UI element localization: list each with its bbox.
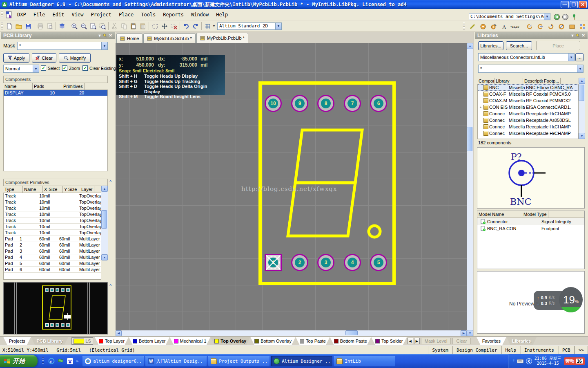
panel-menu-icon[interactable]: ▾: [99, 33, 101, 38]
checkbox[interactable]: [62, 65, 67, 71]
start-button[interactable]: 开始: [0, 355, 38, 367]
primitive-row[interactable]: Pad360mil60milMultiLayer: [4, 248, 101, 254]
menu-item[interactable]: Tools: [137, 11, 159, 18]
calendar-tray-badge[interactable]: 劳动 16: [564, 357, 585, 365]
restore-button[interactable]: ❐: [570, 1, 578, 8]
expand-icon[interactable]: [479, 99, 483, 103]
menu-item[interactable]: Place: [115, 11, 137, 18]
layer-tab[interactable]: Mechanical 1: [170, 337, 211, 345]
expand-icon[interactable]: [479, 112, 483, 116]
taskbar-task[interactable]: W 入门Altium Desig...: [145, 356, 207, 366]
home-plant-icon[interactable]: [571, 13, 577, 20]
component-row[interactable]: DISPLAY1020: [4, 90, 107, 96]
view-mode-arrow[interactable]: ▼: [275, 23, 281, 29]
column-header[interactable]: Layer: [80, 186, 94, 193]
primitives-section-header[interactable]: Component Primitives: [3, 179, 108, 186]
checkbox-option[interactable]: Zoom: [62, 65, 80, 71]
status-bar-button[interactable]: System: [428, 346, 452, 354]
status-bar-button[interactable]: PCB: [558, 346, 575, 354]
document-tab[interactable]: Home: [116, 34, 143, 43]
internet-explorer-icon[interactable]: e: [48, 358, 55, 365]
pin-icon[interactable]: [576, 34, 580, 38]
panel-tab[interactable]: Libraries: [506, 337, 537, 345]
column-header[interactable]: Type: [3, 186, 23, 193]
primitive-row[interactable]: Track10milTopOverlay: [4, 199, 101, 205]
expand-icon[interactable]: [479, 118, 483, 122]
apply-button[interactable]: Apply: [3, 53, 29, 63]
back-button[interactable]: ◀: [554, 14, 560, 20]
libraries-button[interactable]: Libraries...: [478, 41, 503, 50]
library-component-row[interactable]: Connec Miscella Receptacle Hea CHAMP: [478, 130, 578, 137]
component-filter-combo[interactable]: * ▼: [478, 65, 584, 73]
checkbox-option[interactable]: Select: [41, 65, 60, 71]
apply-mode-arrow[interactable]: ▼: [33, 65, 39, 72]
new-document-icon[interactable]: [4, 22, 14, 31]
status-bar-button[interactable]: Design Compiler: [452, 346, 501, 354]
place-coordinate-icon[interactable]: +10,10: [510, 22, 519, 31]
document-tab[interactable]: MyPcbLib.PcbLib *: [196, 33, 248, 43]
primitive-row[interactable]: Pad460mil60milMultiLayer: [4, 254, 101, 260]
menu-item[interactable]: File: [30, 11, 49, 18]
column-header[interactable]: Primitives: [62, 83, 85, 90]
checkbox[interactable]: [82, 65, 88, 71]
status-bar-button[interactable]: >>: [575, 346, 588, 354]
messenger-icon[interactable]: [57, 358, 64, 365]
panel-tab[interactable]: Favorites: [477, 337, 506, 345]
panel-tab[interactable]: PCB Library: [31, 337, 69, 345]
expand-icon[interactable]: [479, 92, 483, 96]
library-more-button[interactable]: …: [575, 53, 584, 61]
column-header[interactable]: Y-Size: [63, 186, 80, 193]
pad[interactable]: 6: [370, 95, 387, 112]
pad[interactable]: 4: [344, 254, 361, 271]
primitive-row[interactable]: Pad560mil60milMultiLayer: [4, 260, 101, 267]
column-header[interactable]: Library: [494, 78, 523, 84]
apply-mode-combo[interactable]: Normal ▼: [3, 65, 39, 73]
copy-icon[interactable]: [119, 22, 129, 31]
zoom-area-icon[interactable]: [98, 22, 107, 31]
pad[interactable]: 7: [344, 95, 361, 112]
mask-combo[interactable]: * ▼: [17, 42, 108, 50]
undo-icon[interactable]: [181, 22, 191, 31]
taskbar-task[interactable]: Altium Designer ...: [271, 356, 332, 366]
layer-tab[interactable]: Top Paste: [296, 337, 330, 345]
layer-stack-icon[interactable]: [57, 22, 67, 31]
pad[interactable]: 9: [291, 95, 308, 112]
library-component-row[interactable]: Connec Miscella Receptacle Hea CHAMP: [478, 110, 578, 117]
component-filter-arrow[interactable]: ▼: [577, 65, 583, 72]
tray-overflow-icon[interactable]: ⁞: [513, 359, 514, 363]
paste-array-icon[interactable]: [578, 22, 587, 31]
primitive-row[interactable]: Pad160mil60milMultiLayer: [4, 236, 101, 242]
column-header[interactable]: Model Name: [477, 211, 522, 218]
menu-item[interactable]: Edit: [49, 11, 68, 18]
menu-item[interactable]: Reports: [159, 11, 187, 18]
place-fill-icon[interactable]: [567, 22, 577, 31]
place-pad-icon[interactable]: [478, 22, 488, 31]
pcb-canvas[interactable]: http://blog.csdn.net/xfwxqx 10 9: [116, 43, 467, 330]
panel-close-icon[interactable]: ✕: [582, 33, 585, 38]
clear-mask-button[interactable]: Clear: [452, 338, 470, 344]
library-component-row[interactable]: COAX-M Miscella RF Coaxial PCB I MMCX2: [478, 97, 578, 104]
expand-icon[interactable]: [479, 131, 483, 135]
layer-scroll-right-icon[interactable]: ▶: [414, 338, 420, 344]
model-row[interactable]: Connector Signal Integrity: [477, 218, 584, 225]
column-header[interactable]: Name: [23, 186, 43, 193]
library-component-row[interactable]: + CON EIS Miscella EISA Connector, CARD1…: [478, 104, 578, 110]
layer-tab[interactable]: Top Overlay: [210, 337, 250, 345]
menu-item[interactable]: Help: [212, 11, 232, 18]
paw-app-icon[interactable]: [67, 358, 74, 365]
primitive-row[interactable]: Track10milTopOverlay: [4, 224, 101, 230]
grid-dropdown-arrow[interactable]: ▼: [212, 24, 216, 28]
panel-menu-icon[interactable]: ▾: [572, 33, 574, 38]
layer-set-selector[interactable]: LS: [71, 337, 93, 345]
print-preview-icon[interactable]: [45, 22, 54, 31]
layer-tab[interactable]: Bottom Layer: [129, 337, 169, 345]
pad[interactable]: 10: [265, 95, 282, 112]
clear-button[interactable]: Clear: [32, 53, 56, 63]
place-line-icon[interactable]: [468, 22, 477, 31]
library-component-row[interactable]: BNC Miscella BNC Elbow Conr BNC_RA: [478, 84, 578, 91]
zoom-in-icon[interactable]: [69, 22, 79, 31]
mask-combo-arrow[interactable]: ▼: [101, 42, 107, 49]
column-header[interactable]: Description: [523, 78, 543, 84]
zoom-out-icon[interactable]: [79, 22, 88, 31]
magnify-button[interactable]: Magnify: [59, 53, 91, 63]
